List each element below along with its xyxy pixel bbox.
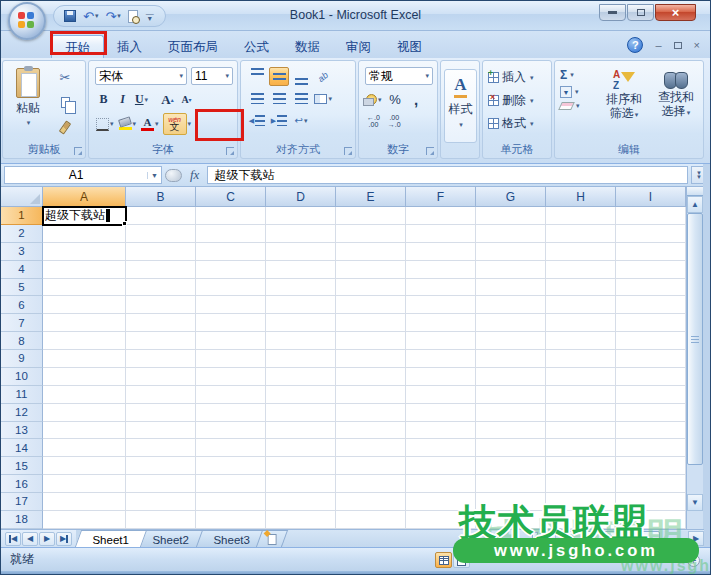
align-top-button[interactable] bbox=[247, 67, 267, 86]
cell-A8[interactable] bbox=[43, 332, 126, 350]
orientation-button[interactable]: ab bbox=[313, 67, 333, 86]
font-color-button[interactable]: A ▾ bbox=[140, 115, 160, 134]
cell-I4[interactable] bbox=[616, 261, 686, 279]
cell-C12[interactable] bbox=[196, 404, 266, 422]
cell-G1[interactable] bbox=[476, 207, 546, 225]
cell-B10[interactable] bbox=[126, 368, 196, 386]
cell-G6[interactable] bbox=[476, 296, 546, 314]
cell-B9[interactable] bbox=[126, 350, 196, 368]
name-box-dropdown-icon[interactable]: ▼ bbox=[147, 172, 161, 179]
cell-D3[interactable] bbox=[266, 243, 336, 261]
active-cell-A1[interactable]: 超级下载站 bbox=[43, 207, 126, 225]
row-header-7[interactable]: 7 bbox=[1, 314, 43, 332]
fill-color-button[interactable]: ▾ bbox=[118, 115, 138, 134]
align-right-button[interactable] bbox=[291, 89, 311, 108]
cell-E11[interactable] bbox=[336, 386, 406, 404]
insert-cells-button[interactable]: 插入▾ bbox=[488, 69, 534, 86]
close-button[interactable]: × bbox=[655, 4, 696, 21]
cell-F16[interactable] bbox=[406, 475, 476, 493]
cell-E14[interactable] bbox=[336, 439, 406, 457]
cell-H14[interactable] bbox=[546, 439, 616, 457]
help-button[interactable]: ? bbox=[627, 37, 643, 53]
cell-G14[interactable] bbox=[476, 439, 546, 457]
merge-dropdown-icon[interactable]: ▾ bbox=[328, 95, 332, 103]
cell-E2[interactable] bbox=[336, 225, 406, 243]
format-dropdown-icon[interactable]: ▾ bbox=[530, 120, 534, 128]
cell-B18[interactable] bbox=[126, 511, 196, 529]
phonetic-dropdown-icon[interactable]: ▾ bbox=[188, 120, 192, 128]
row-header-5[interactable]: 5 bbox=[1, 279, 43, 297]
cell-D8[interactable] bbox=[266, 332, 336, 350]
paste-button[interactable]: 粘贴 ▾ bbox=[8, 67, 48, 139]
cell-D6[interactable] bbox=[266, 296, 336, 314]
cell-F14[interactable] bbox=[406, 439, 476, 457]
cell-I16[interactable] bbox=[616, 475, 686, 493]
number-dialog-launcher[interactable] bbox=[426, 147, 434, 155]
column-header-H[interactable]: H bbox=[546, 187, 616, 207]
borders-dropdown-icon[interactable]: ▾ bbox=[110, 120, 114, 128]
cell-E1[interactable] bbox=[336, 207, 406, 225]
cell-B5[interactable] bbox=[126, 279, 196, 297]
delete-dropdown-icon[interactable]: ▾ bbox=[530, 97, 534, 105]
cell-H16[interactable] bbox=[546, 475, 616, 493]
clear-dropdown-icon[interactable]: ▾ bbox=[576, 102, 580, 110]
last-sheet-button[interactable]: ▶ bbox=[56, 532, 72, 546]
cell-D9[interactable] bbox=[266, 350, 336, 368]
font-size-combo[interactable]: 11 ▾ bbox=[191, 67, 233, 85]
ribbon-tab-4[interactable]: 数据 bbox=[282, 35, 333, 58]
cell-F10[interactable] bbox=[406, 368, 476, 386]
cell-F8[interactable] bbox=[406, 332, 476, 350]
cell-F13[interactable] bbox=[406, 422, 476, 440]
minimize-button[interactable] bbox=[599, 4, 626, 21]
cell-C14[interactable] bbox=[196, 439, 266, 457]
cell-D13[interactable] bbox=[266, 422, 336, 440]
office-button[interactable] bbox=[8, 2, 46, 40]
cell-H2[interactable] bbox=[546, 225, 616, 243]
cell-D1[interactable] bbox=[266, 207, 336, 225]
cell-F15[interactable] bbox=[406, 457, 476, 475]
cell-G3[interactable] bbox=[476, 243, 546, 261]
fill-color-dropdown-icon[interactable]: ▾ bbox=[133, 120, 137, 128]
find-dropdown-icon[interactable]: ▾ bbox=[687, 109, 691, 116]
cell-I9[interactable] bbox=[616, 350, 686, 368]
cell-B15[interactable] bbox=[126, 457, 196, 475]
row-header-8[interactable]: 8 bbox=[1, 332, 43, 350]
cell-A14[interactable] bbox=[43, 439, 126, 457]
column-header-F[interactable]: F bbox=[406, 187, 476, 207]
cell-G15[interactable] bbox=[476, 457, 546, 475]
cell-C11[interactable] bbox=[196, 386, 266, 404]
wrap-text-button[interactable]: ↩▾ bbox=[291, 111, 311, 130]
underline-button[interactable]: U▾ bbox=[133, 90, 150, 109]
sort-filter-button[interactable]: AZ 排序和筛选▾ bbox=[601, 68, 647, 122]
cell-E16[interactable] bbox=[336, 475, 406, 493]
cell-F9[interactable] bbox=[406, 350, 476, 368]
align-left-button[interactable] bbox=[247, 89, 267, 108]
cell-B1[interactable] bbox=[126, 207, 196, 225]
cell-D11[interactable] bbox=[266, 386, 336, 404]
cell-H13[interactable] bbox=[546, 422, 616, 440]
cell-B11[interactable] bbox=[126, 386, 196, 404]
column-header-D[interactable]: D bbox=[266, 187, 336, 207]
cell-D5[interactable] bbox=[266, 279, 336, 297]
sort-dropdown-icon[interactable]: ▾ bbox=[635, 111, 639, 118]
cell-B14[interactable] bbox=[126, 439, 196, 457]
cell-F11[interactable] bbox=[406, 386, 476, 404]
accounting-format-button[interactable]: ▾ bbox=[365, 90, 383, 109]
find-select-button[interactable]: 查找和选择▾ bbox=[653, 68, 699, 120]
cell-F2[interactable] bbox=[406, 225, 476, 243]
cell-I6[interactable] bbox=[616, 296, 686, 314]
cell-A18[interactable] bbox=[43, 511, 126, 529]
cell-A7[interactable] bbox=[43, 314, 126, 332]
cell-B16[interactable] bbox=[126, 475, 196, 493]
cell-H7[interactable] bbox=[546, 314, 616, 332]
cell-F4[interactable] bbox=[406, 261, 476, 279]
cell-I3[interactable] bbox=[616, 243, 686, 261]
cell-E7[interactable] bbox=[336, 314, 406, 332]
bold-button[interactable]: B bbox=[95, 90, 112, 109]
cell-D7[interactable] bbox=[266, 314, 336, 332]
vertical-scrollbar[interactable]: ▲ ▼ bbox=[686, 187, 703, 529]
cell-G4[interactable] bbox=[476, 261, 546, 279]
cell-I15[interactable] bbox=[616, 457, 686, 475]
format-cells-button[interactable]: 格式▾ bbox=[488, 115, 534, 132]
number-format-combo[interactable]: 常规 ▾ bbox=[365, 67, 433, 85]
